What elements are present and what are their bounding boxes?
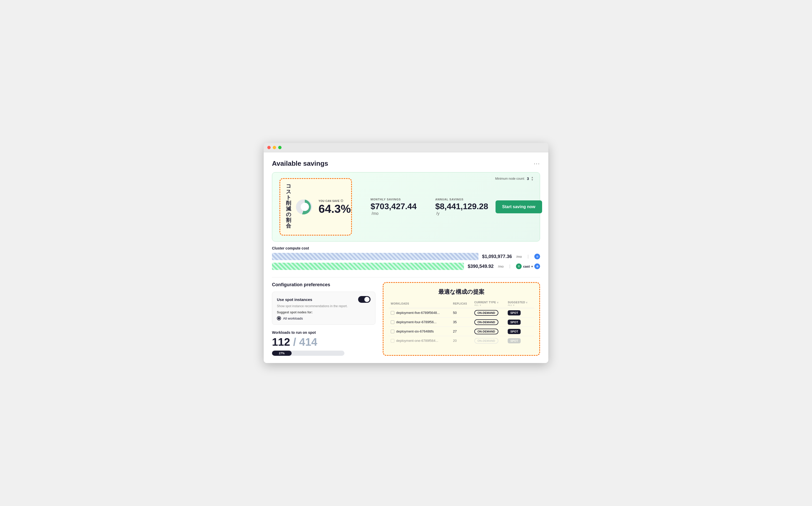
col-sub-suggested: ALL ∨ — [508, 304, 532, 307]
annual-savings-value-row: $8,441,129.28 /y — [435, 202, 488, 216]
table-row: deployment-four-6789f56... 35 ON-DEMAND … — [389, 318, 534, 327]
sort-arrow-suggested: ∨ — [526, 301, 528, 304]
table-header-row: WORKLOADS REPLICAS CURRENT TYPE ∨ ALL — [389, 300, 534, 308]
th-current-type[interactable]: CURRENT TYPE ∨ ALL ∨ — [472, 300, 506, 308]
current-cost-bar — [272, 253, 478, 260]
th-workloads: WORKLOADS — [389, 300, 451, 308]
row3-replicas: 20 — [451, 336, 472, 345]
min-node-row: Minimum node count: 3 ▲ ▼ — [495, 176, 533, 181]
minimize-button[interactable] — [273, 146, 276, 149]
row1-name: deployment-four-6789f56... — [389, 318, 451, 327]
col-sub-current: ALL ∨ — [474, 304, 504, 307]
page-header: Available savings ··· — [272, 160, 540, 168]
row2-replicas: 27 — [451, 327, 472, 336]
badge-on-demand-0: ON-DEMAND — [474, 310, 498, 316]
annual-savings-stat: ANNUAL SAVINGS $8,441,129.28 /y — [435, 198, 488, 216]
node-count-spinner[interactable]: ▲ ▼ — [531, 176, 533, 181]
workloads-count-block: Workloads to run on spot 112 / 414 27% — [272, 330, 375, 356]
table-highlight-label: 最適な構成の提案 — [389, 288, 534, 296]
row1-current: ON-DEMAND — [472, 318, 506, 327]
page-title: Available savings — [272, 160, 328, 168]
savings-percentage: 64.3% — [318, 203, 351, 215]
titlebar — [264, 143, 548, 152]
current-cost-unit: /mo — [516, 255, 522, 259]
close-button[interactable] — [267, 146, 271, 149]
spot-instances-desc: Show spot instance recommendations in th… — [277, 304, 371, 308]
spot-instances-label: Use spot instances — [277, 298, 312, 302]
left-column: Configuration preferences Use spot insta… — [272, 282, 375, 356]
row1-replicas: 35 — [451, 318, 472, 327]
copy-icon-0 — [391, 311, 394, 315]
progress-fill: 27% — [272, 351, 292, 356]
min-node-label: Minimum node count: — [495, 177, 525, 180]
copy-icon-3 — [391, 339, 394, 343]
workload-table-wrap: 最適な構成の提案 WORKLOADS REPLICAS — [383, 282, 540, 356]
main-content: Available savings ··· Minimum node count… — [264, 152, 548, 363]
current-cost-value: $1,093,977.36 — [482, 254, 512, 259]
optimized-cost-row: $390,549.92 /mo | © cast + ⚙ — [272, 263, 540, 270]
badge-on-demand-3: ON-DEMAND — [474, 338, 498, 344]
table-row: deployment-five-6789f5648... 50 ON-DEMAN… — [389, 308, 534, 318]
spot-instances-toggle[interactable] — [358, 296, 371, 303]
optimized-cost-value: $390,549.92 — [467, 264, 494, 269]
min-node-value: 3 — [527, 177, 529, 181]
row3-name: deployment-one-6789f564... — [389, 336, 451, 345]
all-workloads-option[interactable]: All workloads — [277, 316, 371, 320]
table-body: deployment-five-6789f5648... 50 ON-DEMAN… — [389, 308, 534, 345]
th-suggested[interactable]: SUGGESTED ∨ ALL ∨ — [506, 300, 534, 308]
optimized-cost-bar — [272, 263, 464, 270]
you-can-save-label: YOU CAN SAVE — [318, 199, 340, 202]
info-icon: ⓘ — [341, 199, 343, 203]
monthly-savings-label: MONTHLY SAVINGS — [371, 198, 417, 201]
maximize-button[interactable] — [278, 146, 282, 149]
monthly-savings-value: $703,427.44 — [371, 202, 417, 211]
table-row: deployment-six-67648ttfs 27 ON-DEMAND SP… — [389, 327, 534, 336]
row2-name: deployment-six-67648ttfs — [389, 327, 451, 336]
highlight-label: コスト削減の割合 — [286, 183, 291, 231]
radio-inner — [278, 317, 280, 319]
all-workloads-label: All workloads — [283, 317, 303, 320]
row3-suggested: SPOT — [506, 336, 534, 345]
row0-suggested: SPOT — [506, 308, 534, 318]
cast-plus-icon: ⚙ — [534, 263, 540, 269]
config-item: Use spot instances Show spot instance re… — [272, 292, 375, 325]
savings-pct-block: YOU CAN SAVE ⓘ 64.3% — [318, 199, 351, 215]
cluster-cost-title: Cluster compute cost — [272, 246, 540, 250]
table-row-dimmed: deployment-one-6789f564... 20 ON-DEMAND … — [389, 336, 534, 345]
config-title: Configuration preferences — [272, 282, 375, 287]
badge-on-demand-1: ON-DEMAND — [474, 319, 498, 325]
row0-current: ON-DEMAND — [472, 308, 506, 318]
row1-suggested: SPOT — [506, 318, 534, 327]
more-options-button[interactable]: ··· — [534, 160, 540, 167]
badge-spot-1: SPOT — [508, 320, 521, 325]
start-saving-button[interactable]: Start saving now — [496, 200, 542, 213]
copy-icon-1 — [391, 320, 394, 324]
cluster-icon: ⚙ — [534, 254, 540, 259]
toggle-knob — [364, 297, 370, 302]
monthly-savings-value-row: $703,427.44 /mo — [371, 202, 417, 216]
row2-suggested: SPOT — [506, 327, 534, 336]
optimized-cost-unit: /mo — [498, 264, 504, 268]
workloads-progress-bar: 27% — [272, 351, 345, 356]
radio-dot — [277, 316, 281, 320]
workloads-to-run-label: Workloads to run on spot — [272, 330, 375, 335]
workloads-count: 112 / 414 — [272, 337, 375, 347]
workload-table: WORKLOADS REPLICAS CURRENT TYPE ∨ ALL — [389, 300, 534, 345]
cluster-cost-section: Cluster compute cost $1,093,977.36 /mo |… — [272, 246, 540, 270]
spot-instances-row: Use spot instances — [277, 296, 371, 303]
app-window: Available savings ··· Minimum node count… — [264, 143, 548, 363]
annual-savings-label: ANNUAL SAVINGS — [435, 198, 488, 201]
badge-on-demand-2: ON-DEMAND — [474, 329, 498, 334]
cast-icon: © — [516, 263, 522, 269]
annual-savings-unit: /y — [436, 211, 439, 216]
monthly-savings-unit: /mo — [372, 211, 379, 216]
current-cost-row: $1,093,977.36 /mo | ⚙ — [272, 253, 540, 260]
badge-spot-3: SPOT — [508, 338, 521, 343]
savings-pie-chart — [296, 198, 314, 216]
row2-current: ON-DEMAND — [472, 327, 506, 336]
badge-spot-0: SPOT — [508, 310, 521, 316]
row3-current: ON-DEMAND — [472, 336, 506, 345]
row0-name: deployment-five-6789f5648... — [389, 308, 451, 318]
workloads-separator: / — [293, 336, 299, 348]
section-divider — [272, 277, 540, 277]
